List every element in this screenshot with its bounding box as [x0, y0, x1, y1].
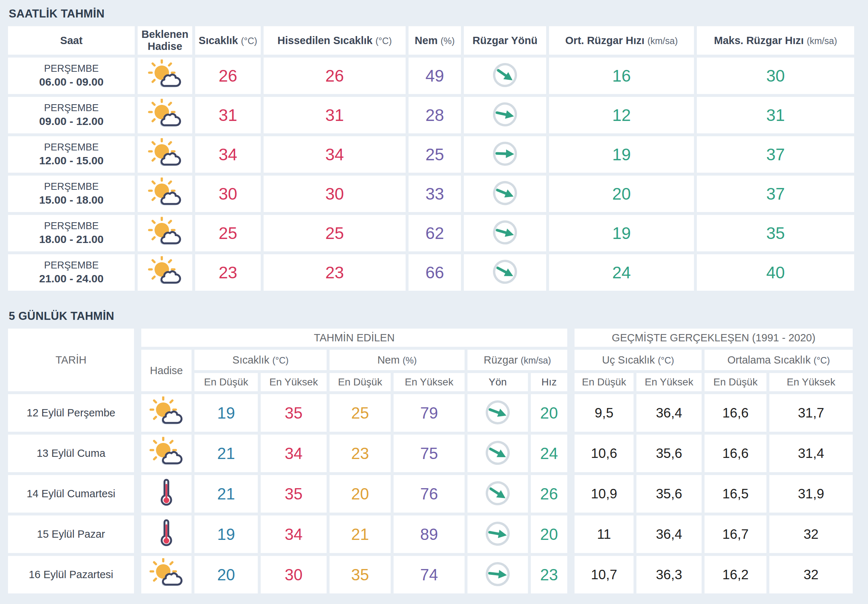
col-header-wind-speed: Hız [531, 373, 567, 391]
daily-forecast-table: TARİH TAHMİN EDİLEN GEÇMİŞTE GERÇEKLEŞEN… [5, 326, 856, 596]
unit-label: (°C) [375, 36, 392, 46]
col-header-condition: Beklenen Hadise [138, 26, 192, 54]
avg-min-cell: 16,2 [705, 556, 766, 593]
time-range-label: 18.00 - 21.00 [8, 233, 135, 246]
wind-direction-arrow-icon [487, 175, 523, 211]
ext-min-cell: 10,9 [570, 475, 634, 512]
time-cell: PERŞEMBE12.00 - 15.00 [8, 136, 135, 173]
col-header-hum-max: En Yüksek [394, 373, 465, 391]
ext-min-cell: 9,5 [570, 394, 634, 432]
humidity-cell: 28 [409, 97, 461, 134]
time-range-label: 21.00 - 24.00 [8, 272, 135, 286]
temp-max-cell: 35 [261, 394, 327, 432]
col-header-avg-min: En Düşük [705, 373, 766, 391]
humidity-cell: 49 [409, 57, 461, 94]
avg-max-cell: 31,4 [769, 435, 853, 472]
unit-label: (km/sa) [647, 36, 677, 46]
feels-like-cell: 34 [264, 136, 406, 173]
time-cell: PERŞEMBE06.00 - 09.00 [8, 57, 135, 94]
condition-cell [137, 435, 192, 472]
unit-label: (°C) [241, 36, 257, 46]
condition-cell [137, 475, 192, 512]
condition-cell [138, 175, 192, 212]
wind-max-cell: 31 [697, 97, 854, 134]
condition-cell [138, 136, 192, 173]
table-row: PERŞEMBE12.00 - 15.00 34 34 25 19 37 [8, 136, 854, 173]
wind-direction-arrow-icon [486, 56, 524, 94]
avg-max-cell: 32 [769, 556, 853, 593]
temp-min-cell: 20 [194, 556, 258, 593]
col-header-average-temp: Ortalama Sıcaklık (°C) [705, 350, 853, 370]
col-header-avg-max: En Yüksek [769, 373, 853, 391]
partly-cloudy-icon [146, 59, 184, 91]
group-header-predicted: TAHMİN EDİLEN [137, 329, 567, 347]
hourly-forecast-table: Saat Beklenen Hadise Sıcaklık (°C) Hisse… [5, 23, 857, 293]
wind-max-cell: 37 [697, 175, 854, 212]
time-range-label: 06.00 - 09.00 [8, 75, 135, 89]
hum-max-cell: 79 [394, 394, 465, 432]
partly-cloudy-icon [146, 99, 184, 130]
wind-avg-cell: 12 [549, 97, 694, 134]
partly-cloudy-icon [146, 177, 184, 209]
wind-direction-arrow-icon [491, 140, 519, 168]
time-cell: PERŞEMBE18.00 - 21.00 [8, 215, 135, 252]
temperature-cell: 30 [195, 175, 261, 212]
col-header-condition-label: Beklenen Hadise [142, 28, 189, 52]
wind-direction-arrow-icon [482, 517, 514, 550]
humidity-cell: 25 [409, 136, 461, 173]
unit-label: (°C) [814, 355, 830, 365]
wind-direction-cell [464, 136, 546, 173]
wind-direction-arrow-icon [487, 253, 524, 291]
table-row: 14 Eylül Cumartesi 21 35 20 76 26 10,9 3… [8, 475, 853, 512]
table-row: PERŞEMBE06.00 - 09.00 26 26 49 16 30 [8, 57, 854, 94]
time-range-label: 12.00 - 15.00 [8, 154, 135, 168]
hum-min-cell: 23 [330, 435, 391, 472]
col-header-humidity: Nem (%) [330, 350, 465, 370]
condition-cell [138, 57, 192, 94]
humidity-cell: 66 [409, 254, 461, 291]
date-cell: 12 Eylül Perşembe [8, 394, 134, 432]
wind-avg-cell: 19 [549, 215, 694, 252]
humidity-cell: 62 [409, 215, 461, 252]
condition-cell [138, 254, 192, 291]
wind-direction-cell [468, 556, 528, 593]
temp-min-cell: 21 [194, 435, 258, 472]
wind-direction-cell [464, 97, 546, 134]
temperature-cell: 23 [195, 254, 261, 291]
wind-direction-cell [464, 254, 546, 291]
avg-min-cell: 16,6 [705, 394, 766, 432]
col-header-ext-max: En Yüksek [636, 373, 702, 391]
table-row: PERŞEMBE21.00 - 24.00 23 23 66 24 40 [8, 254, 854, 291]
hum-max-cell: 76 [394, 475, 465, 512]
temperature-cell: 34 [195, 136, 261, 173]
time-range-label: 09.00 - 12.00 [8, 114, 135, 128]
wind-direction-arrow-icon [488, 215, 522, 250]
condition-cell [137, 394, 192, 432]
col-header-wind-avg: Ort. Rüzgar Hızı (km/sa) [549, 26, 694, 54]
col-header-feels-like: Hissedilen Sıcaklık (°C) [264, 26, 406, 54]
col-header-temperature: Sıcaklık (°C) [194, 350, 327, 370]
wind-direction-cell [468, 394, 528, 432]
temp-max-cell: 35 [261, 475, 327, 512]
time-cell: PERŞEMBE21.00 - 24.00 [8, 254, 135, 291]
wind-avg-cell: 16 [549, 57, 694, 94]
unit-label: (%) [403, 355, 417, 365]
table-row: 15 Eylül Pazar 19 34 21 89 20 11 36,4 16… [8, 515, 853, 553]
wind-max-cell: 30 [697, 57, 854, 94]
wind-speed-cell: 20 [531, 515, 567, 553]
col-header-temp-min: En Düşük [194, 373, 258, 391]
time-range-label: 15.00 - 18.00 [8, 193, 135, 207]
wind-max-cell: 35 [697, 215, 854, 252]
ext-max-cell: 36,4 [636, 394, 702, 432]
wind-max-cell: 37 [697, 136, 854, 173]
time-cell: PERŞEMBE09.00 - 12.00 [8, 97, 135, 134]
table-row: PERŞEMBE18.00 - 21.00 25 25 62 19 35 [8, 215, 854, 252]
hourly-section-title: SAATLİK TAHMİN [9, 7, 863, 20]
wind-direction-cell [464, 175, 546, 212]
time-cell: PERŞEMBE15.00 - 18.00 [8, 175, 135, 212]
feels-like-cell: 25 [264, 215, 406, 252]
wind-direction-cell [468, 515, 528, 553]
wind-direction-arrow-icon [488, 98, 521, 131]
wind-avg-cell: 20 [549, 175, 694, 212]
day-label: PERŞEMBE [8, 63, 135, 75]
